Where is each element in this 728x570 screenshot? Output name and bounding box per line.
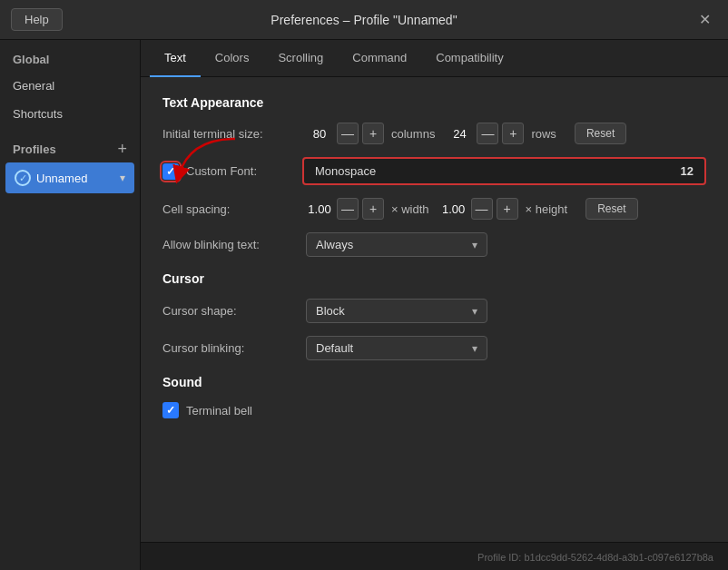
cell-spacing-label: Cell spacing: [162,202,299,216]
help-button[interactable]: Help [11,8,63,31]
profile-item-left: ✓ Unnamed [15,170,87,186]
size-reset-button[interactable]: Reset [575,123,626,144]
window-title: Preferences – Profile "Unnamed" [271,13,457,27]
titlebar: Help Preferences – Profile "Unnamed" ✕ [0,0,728,40]
tab-command[interactable]: Command [338,40,421,77]
cell-width-value: 1.00 [306,202,333,216]
cursor-blinking-value: Default [316,341,353,355]
cursor-section: Cursor Cursor shape: Block ▾ Cursor blin… [162,271,706,360]
blinking-dropdown[interactable]: Always ▾ [306,232,487,257]
tab-scrolling[interactable]: Scrolling [263,40,338,77]
tab-colors[interactable]: Colors [201,40,264,77]
custom-font-label: Custom Font: [186,164,295,178]
columns-unit: columns [391,127,435,141]
sidebar-item-general[interactable]: General [0,72,140,100]
rows-unit: rows [531,127,556,141]
cursor-shape-label: Cursor shape: [162,304,299,318]
columns-plus-button[interactable]: + [362,123,384,144]
text-appearance-title: Text Appearance [162,95,706,110]
add-profile-button[interactable]: + [117,141,127,157]
sidebar-item-shortcuts[interactable]: Shortcuts [0,100,140,128]
custom-font-checkbox[interactable] [162,163,179,180]
content-scroll: Text Appearance Initial terminal size: 8… [141,77,728,542]
columns-value: 80 [306,127,333,141]
text-appearance-section: Text Appearance Initial terminal size: 8… [162,95,706,257]
initial-size-row: Initial terminal size: 80 — + columns 24… [162,123,706,144]
rows-value: 24 [446,127,473,141]
cell-width-spinbox: 1.00 — + × width [306,198,433,220]
profile-chevron-icon: ▾ [120,172,125,184]
blinking-text-row: Allow blinking text: Always ▾ [162,232,706,257]
cell-height-value: 1.00 [440,202,467,216]
cursor-shape-dropdown[interactable]: Block ▾ [306,299,487,323]
cursor-shape-row: Cursor shape: Block ▾ [162,299,706,323]
cell-height-plus-button[interactable]: + [497,198,518,220]
cell-spacing-row: Cell spacing: 1.00 — + × width 1.00 — + … [162,198,706,220]
blinking-text-label: Allow blinking text: [162,238,299,251]
tab-text[interactable]: Text [150,40,201,77]
columns-spinbox: 80 — + columns [306,123,438,144]
close-button[interactable]: ✕ [692,7,717,33]
cell-height-spinbox: 1.00 — + × height [440,198,572,220]
terminal-bell-checkbox[interactable] [162,402,179,418]
cursor-blinking-arrow-icon: ▾ [472,342,477,355]
rows-spinbox: 24 — + rows [446,123,559,144]
main-layout: Global General Shortcuts Profiles + ✓ Un… [0,40,728,570]
cell-width-unit: × width [391,202,429,216]
cursor-title: Cursor [162,271,706,286]
global-section-label: Global [0,40,140,72]
columns-minus-button[interactable]: — [337,123,359,144]
profile-name: Unnamed [36,172,87,185]
statusbar: Profile ID: b1dcc9dd-5262-4d8d-a3b1-c097… [141,542,728,570]
profile-check-icon: ✓ [15,170,31,186]
sound-title: Sound [162,375,706,389]
profiles-label: Profiles [13,142,56,156]
cell-height-minus-button[interactable]: — [471,198,493,220]
rows-plus-button[interactable]: + [502,123,524,144]
cell-height-unit: × height [526,202,568,216]
sidebar: Global General Shortcuts Profiles + ✓ Un… [0,40,141,570]
font-display-button[interactable]: Monospace 12 [302,157,706,185]
profiles-header: Profiles + [0,128,140,162]
tabs-bar: Text Colors Scrolling Command Compatibil… [141,40,728,77]
blinking-dropdown-arrow-icon: ▾ [472,239,477,251]
cell-spacing-reset-button[interactable]: Reset [585,198,637,220]
cell-width-plus-button[interactable]: + [362,198,384,220]
cursor-shape-arrow-icon: ▾ [472,305,477,318]
cursor-shape-value: Block [316,304,345,318]
cursor-blinking-row: Cursor blinking: Default ▾ [162,336,706,360]
cursor-blinking-label: Cursor blinking: [162,341,299,355]
cursor-blinking-dropdown[interactable]: Default ▾ [306,336,487,360]
tab-compatibility[interactable]: Compatibility [421,40,517,77]
cell-width-minus-button[interactable]: — [337,198,359,220]
font-size-text: 12 [681,164,694,178]
custom-font-row: Custom Font: Monospace 12 [162,157,706,185]
rows-minus-button[interactable]: — [477,123,498,144]
sound-section: Sound Terminal bell [162,375,706,418]
terminal-bell-label: Terminal bell [186,404,252,418]
content-area: Text Colors Scrolling Command Compatibil… [141,40,728,570]
initial-size-label: Initial terminal size: [162,127,299,141]
blinking-dropdown-value: Always [316,238,353,251]
terminal-bell-row: Terminal bell [162,402,706,418]
profile-id-text: Profile ID: b1dcc9dd-5262-4d8d-a3b1-c097… [477,552,713,563]
font-name-text: Monospace [315,164,376,178]
profile-item-unnamed[interactable]: ✓ Unnamed ▾ [5,162,134,193]
